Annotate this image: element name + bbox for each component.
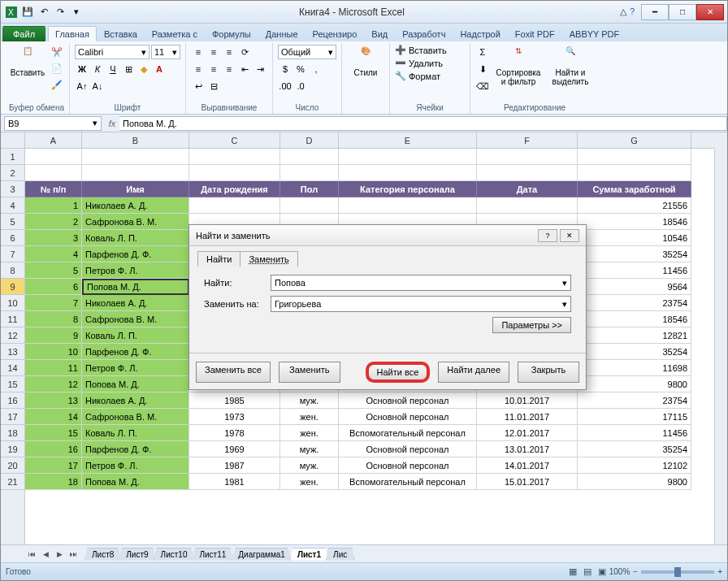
row-header[interactable]: 14 bbox=[1, 360, 25, 376]
replace-button[interactable]: Заменить bbox=[279, 362, 340, 383]
tab-insert[interactable]: Вставка bbox=[97, 26, 145, 41]
sheet-tab[interactable]: Лист8 bbox=[84, 548, 121, 561]
row-header[interactable]: 15 bbox=[1, 376, 25, 392]
italic-button[interactable]: К bbox=[90, 62, 105, 76]
row-header[interactable]: 19 bbox=[1, 441, 25, 457]
table-row[interactable]: 14Сафронова В. М.1973жен.Основной персон… bbox=[25, 409, 714, 425]
insert-cells-button[interactable]: ➕Вставить bbox=[395, 45, 465, 55]
col-header-F[interactable]: F bbox=[477, 132, 578, 148]
table-row[interactable]: 18Попова М. Д.1981жен.Вспомогательный пе… bbox=[25, 474, 714, 490]
tab-review[interactable]: Рецензиро bbox=[306, 26, 365, 41]
paste-button[interactable]: 📋 Вставить bbox=[9, 45, 46, 79]
row-header[interactable]: 9 bbox=[1, 279, 25, 295]
fill-color-button[interactable]: ◆ bbox=[136, 62, 151, 76]
sheet-nav-first-icon[interactable]: ⏮ bbox=[25, 548, 38, 561]
row-header[interactable]: 7 bbox=[1, 246, 25, 262]
align-right-icon[interactable]: ≡ bbox=[222, 62, 236, 76]
dec-decimal-icon[interactable]: .0 bbox=[293, 79, 308, 93]
table-row[interactable]: 1Николаев А. Д.21556 bbox=[25, 197, 714, 214]
row-header[interactable]: 8 bbox=[1, 262, 25, 279]
sheet-nav-last-icon[interactable]: ⏭ bbox=[67, 548, 80, 561]
comma-icon[interactable]: , bbox=[309, 62, 323, 76]
fill-icon[interactable]: ⬇ bbox=[475, 62, 490, 76]
dialog-close-button[interactable]: ✕ bbox=[560, 229, 579, 242]
find-next-button[interactable]: Найти далее bbox=[438, 362, 509, 383]
redo-icon[interactable]: ↷ bbox=[53, 5, 67, 20]
sheet-nav-prev-icon[interactable]: ◀ bbox=[39, 548, 52, 561]
font-size-combo[interactable]: 11▾ bbox=[151, 45, 180, 59]
col-header-G[interactable]: G bbox=[578, 132, 691, 148]
dialog-titlebar[interactable]: Найти и заменить ? ✕ bbox=[189, 225, 586, 246]
name-box[interactable]: B9▾ bbox=[4, 116, 102, 131]
percent-icon[interactable]: % bbox=[293, 62, 308, 76]
select-all-corner[interactable] bbox=[1, 132, 25, 149]
row-header[interactable]: 17 bbox=[1, 409, 25, 425]
params-button[interactable]: Параметры >> bbox=[492, 317, 571, 333]
sheet-tab[interactable]: Лис bbox=[326, 548, 354, 561]
minimize-ribbon-icon[interactable]: △ bbox=[620, 7, 626, 17]
col-header-E[interactable]: E bbox=[339, 132, 477, 148]
col-header-B[interactable]: B bbox=[82, 132, 189, 148]
decrease-font-icon[interactable]: A↓ bbox=[90, 79, 105, 93]
tab-developer[interactable]: Разработч bbox=[395, 26, 453, 41]
find-select-button[interactable]: 🔍Найти и выделить bbox=[547, 45, 594, 88]
align-middle-icon[interactable]: ≡ bbox=[206, 45, 221, 59]
underline-button[interactable]: Ч bbox=[106, 62, 120, 76]
col-header-D[interactable]: D bbox=[280, 132, 339, 148]
tab-file[interactable]: Файл bbox=[2, 26, 46, 41]
currency-icon[interactable]: $ bbox=[278, 62, 292, 76]
align-top-icon[interactable]: ≡ bbox=[191, 45, 206, 59]
dialog-tab-find[interactable]: Найти bbox=[197, 251, 240, 267]
orientation-icon[interactable]: ⟳ bbox=[237, 45, 252, 59]
undo-icon[interactable]: ↶ bbox=[37, 5, 51, 20]
bold-button[interactable]: Ж bbox=[75, 62, 89, 76]
wrap-text-icon[interactable]: ↩ bbox=[191, 79, 206, 93]
find-input[interactable]: Попова▾ bbox=[271, 275, 571, 291]
table-row[interactable]: 16Парфенов Д. Ф.1969муж.Основной персона… bbox=[25, 441, 714, 457]
delete-cells-button[interactable]: ➖Удалить bbox=[395, 58, 465, 68]
sheet-tab[interactable]: Диаграмма1 bbox=[231, 548, 292, 561]
replace-input[interactable]: Григорьева▾ bbox=[271, 296, 571, 312]
indent-inc-icon[interactable]: ⇥ bbox=[253, 62, 267, 76]
row-header[interactable]: 4 bbox=[1, 197, 25, 214]
tab-home[interactable]: Главная bbox=[48, 26, 97, 42]
sheet-tab[interactable]: Лист11 bbox=[192, 548, 233, 561]
find-all-button[interactable]: Найти все bbox=[366, 362, 431, 383]
save-icon[interactable]: 💾 bbox=[20, 5, 35, 20]
row-header[interactable]: 20 bbox=[1, 457, 25, 474]
table-row[interactable]: 17Петров Ф. Л.1987муж.Основной персонал1… bbox=[25, 457, 714, 474]
replace-all-button[interactable]: Заменить все bbox=[196, 362, 271, 383]
row-header[interactable]: 6 bbox=[1, 230, 25, 246]
font-name-combo[interactable]: Calibri▾ bbox=[75, 45, 150, 59]
inc-decimal-icon[interactable]: .00 bbox=[278, 79, 292, 93]
close-button[interactable]: ✕ bbox=[696, 4, 724, 20]
align-left-icon[interactable]: ≡ bbox=[191, 62, 206, 76]
sheet-nav-next-icon[interactable]: ▶ bbox=[53, 548, 66, 561]
row-header[interactable]: 12 bbox=[1, 327, 25, 344]
zoom-level[interactable]: 100% bbox=[609, 567, 630, 576]
border-button[interactable]: ⊞ bbox=[121, 62, 136, 76]
view-break-icon[interactable]: ▣ bbox=[595, 565, 609, 579]
zoom-out-button[interactable]: − bbox=[633, 567, 638, 576]
format-painter-icon[interactable]: 🖌️ bbox=[50, 77, 64, 92]
zoom-slider[interactable] bbox=[641, 570, 714, 574]
merge-icon[interactable]: ⊟ bbox=[206, 79, 221, 93]
clear-icon[interactable]: ⌫ bbox=[475, 79, 490, 93]
autosum-icon[interactable]: Σ bbox=[475, 45, 490, 59]
row-header[interactable]: 11 bbox=[1, 311, 25, 327]
sheet-tab[interactable]: Лист9 bbox=[119, 548, 155, 561]
qat-dropdown-icon[interactable]: ▾ bbox=[69, 5, 84, 20]
formula-input[interactable]: Попова М. Д. bbox=[119, 116, 727, 131]
tab-formulas[interactable]: Формулы bbox=[205, 26, 258, 41]
table-row[interactable]: 13Николаев А. Д.1985муж.Основной персона… bbox=[25, 392, 714, 409]
view-layout-icon[interactable]: ▤ bbox=[580, 565, 595, 579]
tab-foxit[interactable]: Foxit PDF bbox=[508, 26, 562, 41]
zoom-in-button[interactable]: + bbox=[717, 567, 722, 576]
copy-icon[interactable]: 📄 bbox=[50, 61, 64, 76]
table-row[interactable]: 15Коваль Л. П.1978жен.Вспомогательный пе… bbox=[25, 425, 714, 441]
tab-data[interactable]: Данные bbox=[258, 26, 306, 41]
sheet-tab[interactable]: Лист1 bbox=[290, 548, 328, 561]
tab-view[interactable]: Вид bbox=[364, 26, 395, 41]
close-dialog-button[interactable]: Закрыть bbox=[518, 362, 579, 383]
sheet-tab[interactable]: Лист10 bbox=[154, 548, 195, 561]
